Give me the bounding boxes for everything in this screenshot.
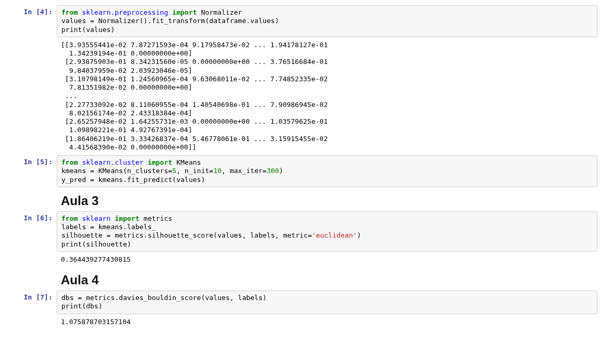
code-output: 1.075878703157104 — [57, 315, 598, 329]
code-input[interactable]: from sklearn.cluster import KMeans kmean… — [57, 155, 598, 187]
code-cell-5: In [5]: from sklearn.cluster import KMea… — [10, 155, 598, 187]
heading-text: Aula 4 — [61, 273, 593, 287]
markdown-cell-aula-3: Aula 3 — [10, 188, 598, 210]
code-cell-7: In [7]: dbs = metrics.davies_bouldin_sco… — [10, 291, 598, 314]
input-prompt: In [7]: — [10, 291, 57, 314]
heading[interactable]: Aula 3 — [57, 188, 598, 210]
heading-text: Aula 3 — [61, 194, 593, 208]
code-input[interactable]: from sklearn.preprocessing import Normal… — [57, 5, 598, 37]
code-output: [[3.93555441e-02 7.87271593e-04 9.179584… — [57, 38, 598, 154]
code-cell-6: In [6]: from sklearn import metrics labe… — [10, 211, 598, 252]
output-cell-7: 1.075878703157104 — [10, 315, 598, 329]
input-prompt: In [4]: — [10, 5, 57, 37]
output-prompt — [10, 315, 57, 329]
output-prompt — [10, 253, 57, 266]
output-cell-4: [[3.93555441e-02 7.87271593e-04 9.179584… — [10, 38, 598, 154]
markdown-prompt — [10, 188, 57, 210]
code-input[interactable]: dbs = metrics.davies_bouldin_score(value… — [57, 291, 598, 314]
code-cell-4: In [4]: from sklearn.preprocessing impor… — [10, 5, 598, 37]
input-prompt: In [5]: — [10, 155, 57, 187]
markdown-cell-aula-4: Aula 4 — [10, 267, 598, 290]
code-input[interactable]: from sklearn import metrics labels = kme… — [57, 211, 598, 252]
output-cell-6: 0.364439277430815 — [10, 253, 598, 266]
input-prompt: In [6]: — [10, 211, 57, 252]
code-output: 0.364439277430815 — [57, 253, 598, 266]
markdown-prompt — [10, 267, 57, 290]
heading[interactable]: Aula 4 — [57, 267, 598, 290]
output-prompt — [10, 38, 57, 154]
